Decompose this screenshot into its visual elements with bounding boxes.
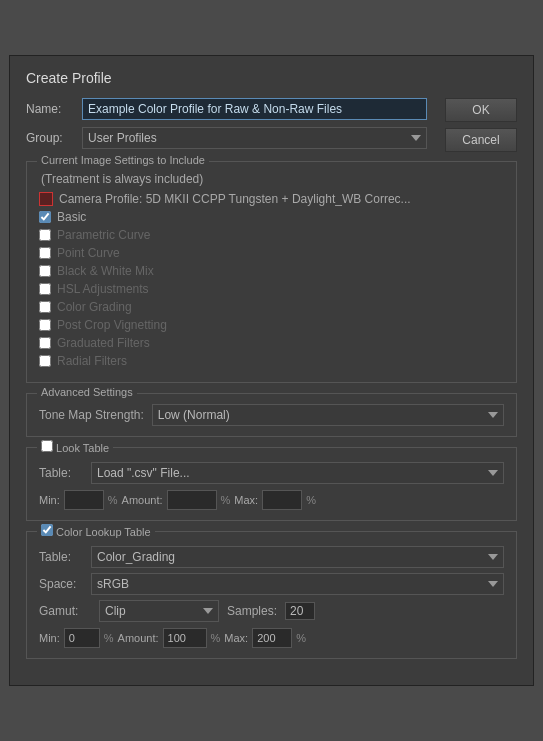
bw-mix-label: Black & White Mix bbox=[57, 264, 154, 278]
color-lookup-label: Color Lookup Table bbox=[56, 526, 151, 538]
color-grading-checkbox-row: Color Grading bbox=[39, 300, 504, 314]
advanced-settings-label: Advanced Settings bbox=[37, 386, 137, 398]
basic-checkbox[interactable] bbox=[39, 211, 51, 223]
look-min-label: Min: bbox=[39, 494, 60, 506]
color-grading-checkbox[interactable] bbox=[39, 301, 51, 313]
look-table-checkbox[interactable] bbox=[41, 440, 53, 452]
advanced-settings-section: Advanced Settings Tone Map Strength: Low… bbox=[26, 393, 517, 437]
look-table-section-label: Look Table bbox=[37, 440, 113, 454]
post-crop-checkbox[interactable] bbox=[39, 319, 51, 331]
clt-max-pct: % bbox=[296, 632, 306, 644]
look-table-select[interactable]: Load ".csv" File... bbox=[91, 462, 504, 484]
tone-map-select[interactable]: Low (Normal) Medium High bbox=[152, 404, 504, 426]
hsl-label: HSL Adjustments bbox=[57, 282, 149, 296]
tone-map-row: Tone Map Strength: Low (Normal) Medium H… bbox=[39, 404, 504, 426]
clt-samples-label: Samples: bbox=[227, 604, 277, 618]
clt-table-row: Table: Color_Grading bbox=[39, 546, 504, 568]
clt-samples-value: 20 bbox=[285, 602, 315, 620]
look-table-inner: Table: Load ".csv" File... Min: % Amount… bbox=[39, 458, 504, 510]
basic-checkbox-row: Basic bbox=[39, 210, 504, 224]
dialog-title: Create Profile bbox=[26, 70, 517, 86]
clt-space-select[interactable]: sRGB AdobeRGB ProPhoto bbox=[91, 573, 504, 595]
post-crop-label: Post Crop Vignetting bbox=[57, 318, 167, 332]
clt-gamut-label: Gamut: bbox=[39, 604, 91, 618]
look-max-label: Max: bbox=[234, 494, 258, 506]
point-curve-checkbox-row: Point Curve bbox=[39, 246, 504, 260]
basic-label: Basic bbox=[57, 210, 86, 224]
clt-max-label: Max: bbox=[224, 632, 248, 644]
hsl-checkbox-row: HSL Adjustments bbox=[39, 282, 504, 296]
color-lookup-section-label: Color Lookup Table bbox=[37, 524, 155, 538]
clt-gamut-row: Gamut: Clip Extend Samples: 20 bbox=[39, 600, 504, 622]
clt-amount-label: Amount: bbox=[118, 632, 159, 644]
look-table-section: Look Table Table: Load ".csv" File... Mi… bbox=[26, 447, 517, 521]
clt-amount-input[interactable] bbox=[163, 628, 207, 648]
look-table-row: Table: Load ".csv" File... bbox=[39, 462, 504, 484]
look-max-pct: % bbox=[306, 494, 316, 506]
graduated-checkbox[interactable] bbox=[39, 337, 51, 349]
clt-min-label: Min: bbox=[39, 632, 60, 644]
color-lookup-checkbox[interactable] bbox=[41, 524, 53, 536]
bw-mix-checkbox-row: Black & White Mix bbox=[39, 264, 504, 278]
group-label: Group: bbox=[26, 131, 76, 145]
parametric-label: Parametric Curve bbox=[57, 228, 150, 242]
clt-gamut-select[interactable]: Clip Extend bbox=[99, 600, 219, 622]
camera-profile-label: Camera Profile: 5D MKII CCPP Tungsten + … bbox=[59, 192, 411, 206]
radial-label: Radial Filters bbox=[57, 354, 127, 368]
look-min-pct: % bbox=[108, 494, 118, 506]
clt-min-input[interactable] bbox=[64, 628, 100, 648]
hsl-checkbox[interactable] bbox=[39, 283, 51, 295]
graduated-checkbox-row: Graduated Filters bbox=[39, 336, 504, 350]
look-table-label: Look Table bbox=[56, 442, 109, 454]
post-crop-checkbox-row: Post Crop Vignetting bbox=[39, 318, 504, 332]
color-grading-label: Color Grading bbox=[57, 300, 132, 314]
point-curve-label: Point Curve bbox=[57, 246, 120, 260]
camera-profile-row: Camera Profile: 5D MKII CCPP Tungsten + … bbox=[39, 192, 504, 206]
name-input[interactable] bbox=[82, 98, 427, 120]
clt-space-label: Space: bbox=[39, 577, 91, 591]
look-table-params: Min: % Amount: % Max: % bbox=[39, 490, 504, 510]
radial-checkbox[interactable] bbox=[39, 355, 51, 367]
color-lookup-section: Color Lookup Table Table: Color_Grading … bbox=[26, 531, 517, 659]
point-curve-checkbox[interactable] bbox=[39, 247, 51, 259]
bw-mix-checkbox[interactable] bbox=[39, 265, 51, 277]
look-amount-pct: % bbox=[221, 494, 231, 506]
name-label: Name: bbox=[26, 102, 76, 116]
ok-button[interactable]: OK bbox=[445, 98, 517, 122]
look-min-input[interactable] bbox=[64, 490, 104, 510]
look-amount-input[interactable] bbox=[167, 490, 217, 510]
look-max-input[interactable] bbox=[262, 490, 302, 510]
tone-map-label: Tone Map Strength: bbox=[39, 408, 144, 422]
treatment-text: (Treatment is always included) bbox=[39, 172, 504, 186]
buttons-column: OK Cancel bbox=[445, 98, 517, 152]
clt-params: Min: % Amount: % Max: % bbox=[39, 628, 504, 648]
color-lookup-inner: Table: Color_Grading Space: sRGB AdobeRG… bbox=[39, 542, 504, 648]
clt-table-select[interactable]: Color_Grading bbox=[91, 546, 504, 568]
look-table-table-label: Table: bbox=[39, 466, 91, 480]
current-settings-label: Current Image Settings to Include bbox=[37, 154, 209, 166]
graduated-label: Graduated Filters bbox=[57, 336, 150, 350]
parametric-checkbox-row: Parametric Curve bbox=[39, 228, 504, 242]
clt-max-input[interactable] bbox=[252, 628, 292, 648]
clt-table-label: Table: bbox=[39, 550, 91, 564]
create-profile-dialog: Create Profile Name: Group: User Profile… bbox=[9, 55, 534, 686]
camera-profile-checkbox[interactable] bbox=[39, 192, 53, 206]
parametric-checkbox[interactable] bbox=[39, 229, 51, 241]
look-amount-label: Amount: bbox=[122, 494, 163, 506]
clt-space-row: Space: sRGB AdobeRGB ProPhoto bbox=[39, 573, 504, 595]
group-select[interactable]: User Profiles bbox=[82, 127, 427, 149]
clt-min-pct: % bbox=[104, 632, 114, 644]
current-settings-section: Current Image Settings to Include (Treat… bbox=[26, 161, 517, 383]
radial-checkbox-row: Radial Filters bbox=[39, 354, 504, 368]
cancel-button[interactable]: Cancel bbox=[445, 128, 517, 152]
clt-amount-pct: % bbox=[211, 632, 221, 644]
